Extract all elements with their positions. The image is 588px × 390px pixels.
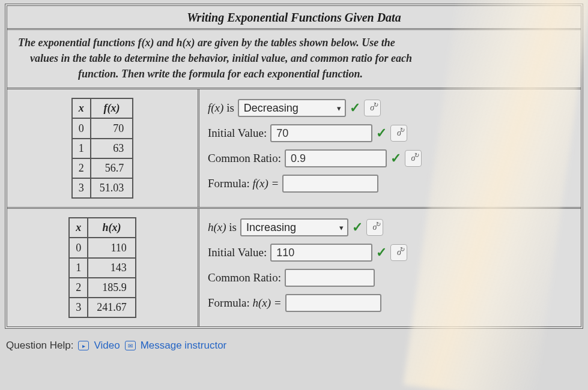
chevron-down-icon: ▾	[337, 104, 341, 113]
question-container: Writing Exponential Functions Given Data…	[5, 4, 583, 329]
retry-button[interactable]: σ	[390, 125, 407, 142]
h-answers: h(x) is Increasing ▾ ✓ σ Initial Value: …	[199, 209, 581, 326]
instructions: The exponential functions f(x) and h(x) …	[7, 30, 581, 89]
f-behavior-is: is	[223, 101, 234, 114]
check-icon: ✓	[376, 245, 387, 260]
h-x0: 0	[69, 238, 88, 257]
table-row: 070	[72, 118, 133, 138]
f-x2: 2	[72, 158, 91, 178]
f-ratio-input[interactable]: 0.9	[285, 149, 387, 167]
instr-line2: values in the table to determine the beh…	[18, 50, 570, 66]
h-x1: 1	[69, 258, 88, 278]
table-row: 163	[72, 139, 133, 158]
f-y2: 56.7	[91, 158, 133, 178]
h-head-x: x	[69, 218, 88, 238]
h-table: x h(x) 0110 1143 2185.9 3241.67	[68, 217, 136, 318]
h-behavior-value: Increasing	[246, 221, 296, 234]
video-icon: ▸	[78, 341, 89, 350]
h-behavior-select[interactable]: Increasing ▾	[240, 218, 348, 236]
retry-button[interactable]: σ	[364, 100, 381, 116]
f-x1: 1	[72, 139, 91, 158]
check-icon: ✓	[390, 151, 401, 166]
instr-line3: function. Then write the formula for eac…	[18, 66, 570, 82]
f-head-fx: f(x)	[91, 98, 133, 118]
section-h: x h(x) 0110 1143 2185.9 3241.67 h(x) is …	[7, 209, 581, 326]
h-formula-label: Formula:	[208, 296, 252, 309]
h-behavior-is: is	[226, 221, 237, 233]
h-y0: 110	[88, 238, 136, 257]
retry-button[interactable]: σ	[366, 219, 383, 236]
section-f: x f(x) 070 163 256.7 351.03 f(x) is Decr…	[7, 89, 581, 209]
f-x3: 3	[72, 178, 91, 198]
f-formula-fn: f(x) =	[252, 177, 279, 190]
h-ratio-label: Common Ratio:	[208, 271, 281, 284]
h-behavior-fn: h(x)	[208, 221, 226, 233]
h-initial-label: Initial Value:	[208, 246, 267, 259]
check-icon: ✓	[350, 100, 360, 116]
h-formula-fn: h(x) =	[252, 296, 281, 309]
help-label: Question Help:	[6, 340, 73, 352]
f-ratio-label: Common Ratio:	[208, 152, 281, 165]
check-icon: ✓	[352, 220, 363, 235]
h-x2: 2	[69, 278, 88, 298]
h-y2: 185.9	[88, 278, 136, 298]
message-instructor-link[interactable]: Message instructor	[141, 340, 227, 352]
title: Writing Exponential Functions Given Data	[7, 6, 581, 30]
f-answers: f(x) is Decreasing ▾ ✓ σ Initial Value: …	[199, 89, 581, 207]
chevron-down-icon: ▾	[339, 223, 344, 232]
f-table: x f(x) 070 163 256.7 351.03	[71, 98, 134, 199]
f-y1: 63	[91, 139, 133, 158]
question-help: Question Help: ▸ Video ✉ Message instruc…	[6, 340, 588, 352]
instr-line1: The exponential functions f(x) and h(x) …	[18, 37, 395, 49]
f-table-cell: x f(x) 070 163 256.7 351.03	[7, 89, 199, 207]
table-row: 3241.67	[69, 298, 136, 317]
f-y3: 51.03	[91, 178, 133, 198]
h-head-hx: h(x)	[88, 218, 136, 238]
f-y0: 70	[91, 118, 133, 138]
f-formula-label: Formula:	[208, 177, 252, 190]
f-behavior-value: Decreasing	[244, 102, 299, 115]
f-formula-input[interactable]	[282, 175, 378, 193]
h-y1: 143	[88, 258, 136, 278]
h-formula-input[interactable]	[285, 294, 381, 312]
table-row: 351.03	[72, 178, 133, 198]
h-ratio-input[interactable]	[285, 269, 375, 287]
h-y3: 241.67	[88, 298, 136, 317]
table-row: 1143	[69, 258, 136, 278]
h-initial-input[interactable]: 110	[270, 244, 372, 262]
h-table-cell: x h(x) 0110 1143 2185.9 3241.67	[7, 209, 199, 326]
f-head-x: x	[72, 98, 91, 118]
check-icon: ✓	[376, 125, 387, 141]
h-x3: 3	[69, 298, 88, 317]
mail-icon: ✉	[125, 341, 136, 350]
retry-button[interactable]: σ	[405, 150, 422, 167]
table-row: 2185.9	[69, 278, 136, 298]
f-initial-label: Initial Value:	[208, 127, 267, 140]
f-behavior-select[interactable]: Decreasing ▾	[238, 99, 346, 117]
f-initial-input[interactable]: 70	[270, 124, 372, 142]
video-link[interactable]: Video	[94, 340, 120, 352]
retry-button[interactable]: σ	[390, 244, 407, 261]
f-behavior-fn: f(x)	[208, 101, 223, 114]
table-row: 256.7	[72, 158, 133, 178]
f-x0: 0	[72, 118, 91, 138]
table-row: 0110	[69, 238, 136, 257]
